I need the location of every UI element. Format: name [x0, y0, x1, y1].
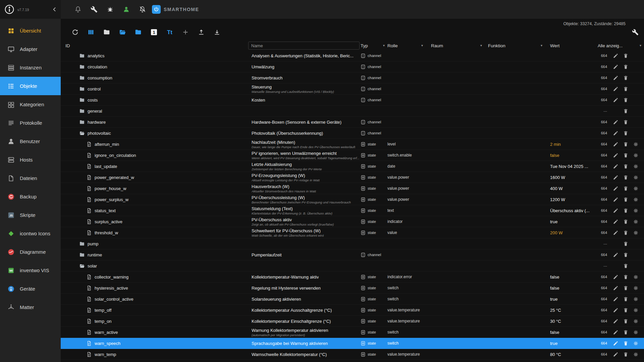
object-value-cell[interactable]: Tue Nov 04 2025 ...	[550, 161, 593, 172]
edit-object-button[interactable]	[613, 153, 619, 158]
bug-report-icon[interactable]	[107, 6, 114, 13]
sidebar-item-geraete[interactable]: Geräte	[0, 280, 61, 298]
sidebar-item-dateien[interactable]: Dateien	[0, 169, 61, 187]
object-value-cell[interactable]: 30 °C	[550, 316, 593, 326]
object-row-afterrun_min[interactable]: afterrun_minNachlaufzeit (Minuten)Dauer,…	[61, 139, 644, 150]
object-row-pump[interactable]: pump---	[61, 238, 644, 249]
delete-object-button[interactable]	[623, 263, 629, 269]
object-row-photovoltaic[interactable]: photovoltaicPhotovoltaik (Überschusserke…	[61, 128, 644, 139]
object-row-collector_warning[interactable]: collector_warningKollektortemperatur-War…	[61, 272, 644, 283]
object-settings-button[interactable]	[633, 141, 639, 147]
view-columns-button[interactable]	[87, 28, 95, 36]
edit-object-button[interactable]	[613, 175, 619, 180]
object-value-cell[interactable]: false	[550, 283, 593, 293]
delete-object-button[interactable]	[623, 86, 629, 92]
object-settings-button[interactable]	[633, 285, 639, 291]
sidebar-item-benutzer[interactable]: Benutzer	[0, 132, 61, 150]
object-row-warn_speech[interactable]: warn_speechSprachausgabe bei Warnung akt…	[61, 338, 644, 349]
notifications-icon[interactable]	[74, 6, 82, 13]
delete-object-button[interactable]	[623, 230, 629, 236]
edit-object-button[interactable]	[613, 119, 619, 125]
collapse-sidebar-button[interactable]	[51, 6, 58, 13]
delete-object-button[interactable]	[623, 208, 629, 214]
delete-object-button[interactable]	[623, 75, 629, 81]
typ-filter-dropdown[interactable]: Typ▾	[361, 41, 385, 50]
object-row-control[interactable]: controlSteuerungManuelle Steuerung und L…	[61, 83, 644, 95]
object-value-cell[interactable]: 25 °C	[550, 305, 593, 315]
object-settings-button[interactable]	[633, 153, 639, 158]
edit-object-button[interactable]	[613, 285, 619, 291]
object-row-temp_off[interactable]: temp_offKollektortemperatur Ausschaltgre…	[61, 305, 644, 316]
object-value-cell[interactable]: false	[550, 327, 593, 338]
edit-object-button[interactable]	[613, 307, 619, 313]
delete-object-button[interactable]	[623, 64, 629, 70]
edit-object-button[interactable]	[613, 64, 619, 70]
object-value-cell[interactable]: true	[550, 216, 593, 227]
object-row-analytics[interactable]: analyticsAnalysen & Auswertungen (Statis…	[61, 50, 644, 61]
object-row-last_update[interactable]: last_updateLetzte AktualisierungZeitstem…	[61, 161, 644, 172]
object-settings-button[interactable]	[633, 208, 639, 214]
object-settings-button[interactable]	[633, 307, 639, 313]
show-all-dropdown[interactable]: Alle anzeig...▾	[598, 41, 641, 50]
delete-object-button[interactable]	[623, 274, 629, 280]
delete-object-button[interactable]	[623, 108, 629, 114]
delete-object-button[interactable]	[623, 119, 629, 125]
delete-object-button[interactable]	[623, 197, 629, 202]
delete-object-button[interactable]	[623, 341, 629, 346]
sidebar-item-backup[interactable]: Backup	[0, 187, 61, 206]
sidebar-item-instanzen[interactable]: Instanzen	[0, 58, 61, 77]
object-settings-button[interactable]	[633, 274, 639, 280]
edit-object-button[interactable]	[613, 219, 619, 225]
edit-object-button[interactable]	[613, 252, 619, 258]
toggle-text-size-button[interactable]: Tt	[166, 28, 173, 36]
object-settings-button[interactable]	[633, 175, 639, 180]
object-row-general[interactable]: general---	[61, 106, 644, 117]
sidebar-item-adapter[interactable]: Adapter	[0, 40, 61, 58]
notifications-off-icon[interactable]	[139, 6, 146, 13]
raum-filter-dropdown[interactable]: Raum▾	[431, 41, 482, 50]
delete-object-button[interactable]	[623, 164, 629, 169]
delete-object-button[interactable]	[623, 241, 629, 247]
add-object-button[interactable]	[182, 28, 189, 36]
object-value-cell[interactable]: 400 W	[550, 183, 593, 194]
delete-object-button[interactable]	[623, 141, 629, 147]
object-settings-button[interactable]	[633, 197, 639, 202]
object-row-status_text[interactable]: status_textStatusmeldung (Text)Klartexts…	[61, 205, 644, 216]
edit-object-button[interactable]	[613, 186, 619, 191]
sidebar-item-icontwo-icons[interactable]: icontwo Icons	[0, 224, 61, 243]
edit-object-button[interactable]	[613, 97, 619, 103]
object-row-power_surplus_w[interactable]: power_surplus_wPV-Überschussleistung (W)…	[61, 194, 644, 205]
object-settings-button[interactable]	[633, 329, 639, 335]
object-value-cell[interactable]: false	[550, 272, 593, 282]
object-row-surplus_active[interactable]: surplus_activePV-Überschuss aktivZeigt a…	[61, 216, 644, 227]
expand-visible-button[interactable]	[135, 28, 142, 36]
object-row-consumption[interactable]: consumptionStromverbrauchchannel664	[61, 72, 644, 83]
delete-object-button[interactable]	[623, 307, 629, 313]
object-settings-button[interactable]	[633, 341, 639, 346]
edit-object-button[interactable]	[613, 318, 619, 324]
object-row-hysteresis_active[interactable]: hysteresis_activeRegelung mit Hysterese …	[61, 283, 644, 294]
object-value-cell[interactable]: 1200 W	[550, 194, 593, 205]
object-settings-button[interactable]	[633, 352, 639, 357]
object-row-power_house_w[interactable]: power_house_wHausverbrauch (W)Aktueller …	[61, 183, 644, 194]
sidebar-item-diagramme[interactable]: Diagramme	[0, 243, 61, 261]
export-objects-button[interactable]	[198, 28, 205, 36]
edit-object-button[interactable]	[613, 329, 619, 335]
edit-object-button[interactable]	[613, 197, 619, 202]
expand-depth-1-button[interactable]: 1	[150, 28, 158, 36]
object-row-solar[interactable]: solar---	[61, 260, 644, 272]
object-settings-button[interactable]	[633, 230, 639, 236]
object-row-ignore_on_circulation[interactable]: ignore_on_circulationPV ignorieren, wenn…	[61, 150, 644, 161]
delete-object-button[interactable]	[623, 97, 629, 103]
delete-object-button[interactable]	[623, 130, 629, 136]
import-objects-button[interactable]	[213, 28, 221, 36]
expert-mode-icon[interactable]	[123, 6, 130, 13]
sidebar-item-protokolle[interactable]: Protokolle	[0, 114, 61, 132]
sidebar-item-objekte[interactable]: Objekte	[0, 77, 61, 95]
column-settings-button[interactable]	[632, 29, 639, 36]
refresh-button[interactable]	[71, 28, 79, 36]
delete-object-button[interactable]	[623, 186, 629, 191]
delete-object-button[interactable]	[623, 53, 629, 59]
object-row-warn_temp[interactable]: warn_tempWarnschwelle Kollektortemperatu…	[61, 349, 644, 360]
edit-object-button[interactable]	[613, 75, 619, 81]
